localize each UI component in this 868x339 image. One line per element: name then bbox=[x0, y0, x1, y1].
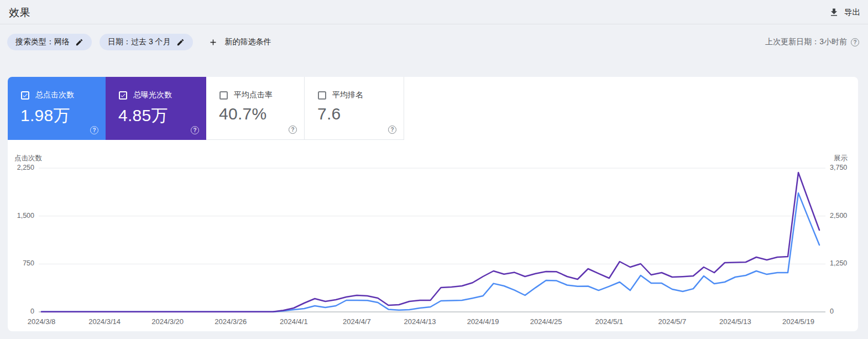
x-axis-date-label: 2024/5/13 bbox=[719, 317, 751, 326]
x-axis-date-label: 2024/3/26 bbox=[215, 317, 247, 326]
right-axis-tick: 1,250 bbox=[830, 259, 859, 267]
filter-chip-date[interactable]: 日期：过去 3 个月 bbox=[100, 34, 193, 50]
metric-tile-total-impressions[interactable]: 总曝光次数 4.85万 ? bbox=[106, 77, 206, 140]
x-axis-date-label: 2024/5/19 bbox=[782, 317, 814, 326]
left-axis-title: 点击次数 bbox=[14, 154, 42, 163]
x-axis-date-label: 2024/3/8 bbox=[28, 317, 56, 326]
left-axis-tick: 1,500 bbox=[6, 212, 34, 220]
page-header: 效果 导出 bbox=[0, 0, 868, 24]
metric-value: 1.98万 bbox=[20, 105, 70, 127]
filter-chip-label: 日期：过去 3 个月 bbox=[108, 37, 171, 47]
checkbox-checked-icon[interactable] bbox=[21, 91, 29, 100]
metric-value: 4.85万 bbox=[118, 105, 168, 127]
filter-chip-label: 搜索类型：网络 bbox=[15, 37, 70, 47]
x-axis-date-label: 2024/4/13 bbox=[404, 317, 436, 326]
x-axis-date-label: 2024/4/7 bbox=[343, 317, 371, 326]
help-icon[interactable]: ? bbox=[90, 126, 98, 134]
metric-value: 7.6 bbox=[317, 105, 341, 123]
filter-bar: 搜索类型：网络 日期：过去 3 个月 新的筛选条件 上次更新日期：3小时前 ? bbox=[7, 33, 859, 51]
edit-pencil-icon[interactable] bbox=[176, 38, 185, 46]
right-axis-tick: 0 bbox=[830, 307, 859, 315]
page-title: 效果 bbox=[9, 6, 30, 20]
help-icon[interactable]: ? bbox=[191, 126, 199, 134]
x-axis-date-label: 2024/5/1 bbox=[595, 317, 623, 326]
x-axis-date-label: 2024/4/1 bbox=[280, 317, 308, 326]
checkbox-unchecked-icon[interactable] bbox=[318, 91, 326, 100]
help-icon[interactable]: ? bbox=[388, 126, 396, 134]
x-axis-date-label: 2024/3/20 bbox=[151, 317, 184, 326]
left-axis-tick: 2,250 bbox=[6, 164, 34, 171]
metric-label: 总点击次数 bbox=[35, 90, 74, 100]
right-axis-title: 展示 bbox=[834, 154, 848, 163]
left-axis-tick: 0 bbox=[6, 307, 34, 315]
checkbox-unchecked-icon[interactable] bbox=[219, 91, 228, 100]
edit-pencil-icon[interactable] bbox=[75, 38, 83, 46]
metric-label: 平均点击率 bbox=[234, 90, 273, 100]
metric-label: 平均排名 bbox=[332, 90, 363, 100]
x-axis-date-label: 2024/4/25 bbox=[530, 317, 562, 326]
export-label: 导出 bbox=[844, 7, 860, 18]
add-filter-button[interactable]: 新的筛选条件 bbox=[208, 37, 271, 47]
download-icon bbox=[829, 7, 839, 18]
x-axis-date-label: 2024/5/7 bbox=[658, 317, 687, 326]
performance-page: 效果 导出 搜索类型：网络 日期：过去 3 个月 新的筛选条件 上次更新日期：3… bbox=[0, 0, 868, 339]
x-axis-date-label: 2024/4/19 bbox=[467, 317, 499, 326]
help-icon[interactable]: ? bbox=[289, 126, 297, 134]
right-axis-tick: 3,750 bbox=[830, 164, 859, 171]
last-updated-status: 上次更新日期：3小时前 ? bbox=[765, 37, 859, 47]
checkbox-checked-icon[interactable] bbox=[119, 91, 127, 100]
plus-icon bbox=[208, 38, 218, 47]
metric-label: 总曝光次数 bbox=[133, 90, 172, 100]
metric-tile-total-clicks[interactable]: 总点击次数 1.98万 ? bbox=[8, 77, 106, 140]
metric-tile-average-position[interactable]: 平均排名 7.6 ? bbox=[305, 77, 404, 140]
metric-value: 40.7% bbox=[219, 105, 267, 123]
left-axis-tick: 750 bbox=[6, 259, 34, 267]
x-axis-date-label: 2024/3/14 bbox=[88, 317, 121, 326]
export-button[interactable]: 导出 bbox=[829, 4, 860, 20]
help-icon[interactable]: ? bbox=[851, 38, 859, 46]
filter-chip-search-type[interactable]: 搜索类型：网络 bbox=[7, 34, 92, 50]
right-axis-tick: 2,500 bbox=[830, 212, 859, 220]
metric-tile-average-ctr[interactable]: 平均点击率 40.7% ? bbox=[206, 77, 305, 140]
add-filter-label: 新的筛选条件 bbox=[225, 37, 271, 47]
last-updated-text: 上次更新日期：3小时前 bbox=[765, 37, 847, 47]
